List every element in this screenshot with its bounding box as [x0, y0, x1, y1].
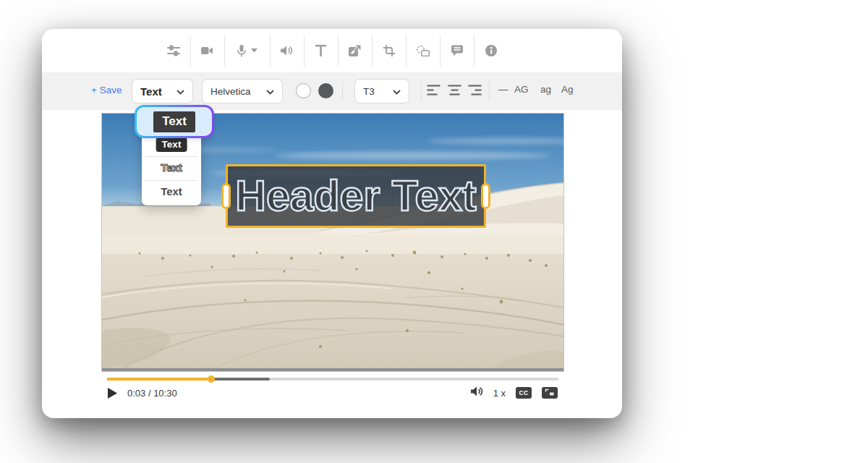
text-tool-icon — [315, 45, 326, 56]
crop-icon — [383, 45, 395, 56]
menu-divider — [145, 156, 197, 157]
theater-mode-icon — [544, 388, 556, 399]
info-button[interactable] — [475, 35, 508, 67]
toolbar-divider — [342, 82, 343, 101]
menu-divider — [145, 180, 197, 181]
style-option-outline[interactable]: Text — [142, 161, 201, 174]
chevron-down-icon — [251, 48, 258, 53]
shape-transition-icon — [417, 46, 430, 56]
chevron-down-icon — [176, 85, 184, 98]
playhead-knob[interactable] — [208, 375, 215, 383]
align-center-button[interactable] — [446, 83, 463, 99]
text-style-dropdown[interactable]: Text — [132, 79, 193, 103]
chevron-down-icon — [393, 85, 401, 98]
captions-button[interactable]: CC — [516, 387, 532, 399]
comment-button[interactable] — [441, 35, 474, 67]
microphone-icon — [237, 45, 246, 57]
text-overlay-box[interactable]: Header Text — [226, 164, 486, 228]
video-bottom-strip — [102, 368, 563, 371]
volume-button[interactable] — [471, 386, 483, 400]
align-left-icon — [427, 85, 441, 98]
format-toolbar: + Save Text Helvetica T3 — [42, 72, 622, 110]
resize-handle-left[interactable] — [221, 183, 231, 209]
case-upper-button[interactable]: AG — [514, 84, 529, 95]
align-left-button[interactable] — [425, 83, 442, 99]
align-center-icon — [448, 85, 461, 98]
resize-handle-right[interactable] — [481, 183, 490, 209]
text-overlay-content: Header Text — [235, 171, 476, 221]
theater-mode-button[interactable] — [542, 387, 558, 399]
outline-color-swatch[interactable] — [296, 83, 311, 98]
selected-style-option[interactable]: Text — [135, 105, 214, 138]
case-lower-button[interactable]: ag — [540, 84, 551, 95]
progress-played — [107, 378, 211, 381]
shape-transition-button[interactable] — [407, 35, 440, 67]
text-style-value: Text — [140, 85, 162, 98]
crop-button[interactable] — [373, 35, 406, 67]
captions-label: CC — [519, 389, 528, 396]
stage: + Save Text Helvetica T3 — [0, 0, 868, 463]
style-option-plain[interactable]: Text — [142, 185, 201, 197]
adjust-sliders-icon — [167, 45, 180, 56]
toolbar-divider — [421, 82, 422, 101]
microphone-button[interactable] — [225, 35, 270, 67]
text-size-value: T3 — [363, 86, 375, 97]
video-camera-icon — [201, 46, 213, 56]
time-display: 0:03 / 10:30 — [127, 388, 177, 399]
share-export-button[interactable] — [339, 35, 372, 67]
align-right-icon — [468, 85, 482, 98]
player-controls: 0:03 / 10:30 1 x CC — [102, 386, 563, 399]
play-button[interactable] — [108, 388, 117, 399]
seek-bar[interactable] — [107, 378, 558, 381]
editor-window: + Save Text Helvetica T3 — [42, 29, 622, 418]
save-button[interactable]: + Save — [91, 85, 122, 95]
speaker-icon — [281, 45, 293, 56]
case-none-button[interactable]: — — [498, 84, 509, 95]
volume-tool-button[interactable] — [271, 35, 304, 67]
playback-speed-button[interactable]: 1 x — [493, 388, 506, 399]
font-dropdown[interactable]: Helvetica — [202, 79, 283, 103]
adjust-sliders-button[interactable] — [157, 35, 190, 67]
fill-color-swatch[interactable] — [318, 83, 333, 98]
style-option-chip[interactable]: Text — [156, 137, 187, 152]
comment-icon — [451, 45, 463, 56]
text-tool-button[interactable] — [305, 35, 338, 67]
main-toolbar — [42, 29, 622, 72]
align-right-button[interactable] — [466, 83, 483, 99]
selected-style-label: Text — [153, 111, 195, 132]
toolbar-divider — [489, 82, 490, 101]
chevron-down-icon — [266, 85, 274, 98]
play-icon — [108, 388, 117, 401]
text-size-dropdown[interactable]: T3 — [354, 79, 409, 103]
font-value: Helvetica — [210, 86, 251, 97]
camera-button[interactable] — [191, 35, 224, 67]
share-export-icon — [349, 45, 361, 56]
info-icon — [485, 45, 497, 56]
case-title-button[interactable]: Ag — [561, 84, 574, 95]
